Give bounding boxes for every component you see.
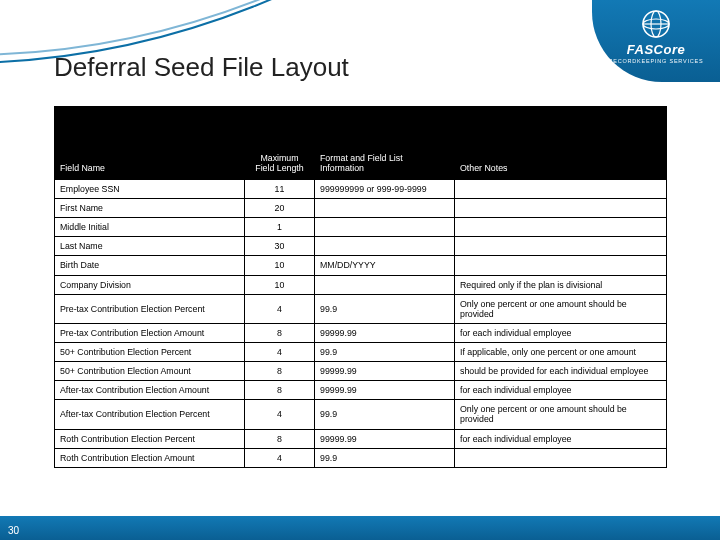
table-row: Employee SSN11999999999 or 999-99-9999 [55, 180, 667, 199]
table-row: Pre-tax Contribution Election Percent499… [55, 294, 667, 323]
td-format: 99.9 [315, 400, 455, 429]
td-format [315, 275, 455, 294]
td-max-length: 1 [245, 218, 315, 237]
td-max-length: 4 [245, 448, 315, 467]
table-row: After-tax Contribution Election Percent4… [55, 400, 667, 429]
td-format: 99999.99 [315, 429, 455, 448]
td-notes [455, 180, 667, 199]
td-notes: Only one percent or one amount should be… [455, 400, 667, 429]
td-notes: should be provided for each individual e… [455, 362, 667, 381]
td-notes [455, 218, 667, 237]
slide: FASCore RECORDKEEPING SERVICES Deferral … [0, 0, 720, 540]
td-field-name: After-tax Contribution Election Amount [55, 381, 245, 400]
td-field-name: Roth Contribution Election Amount [55, 448, 245, 467]
td-notes [455, 448, 667, 467]
td-max-length: 4 [245, 342, 315, 361]
table-row: First Name20 [55, 199, 667, 218]
td-format: MM/DD/YYYY [315, 256, 455, 275]
page-title: Deferral Seed File Layout [54, 52, 349, 83]
td-format [315, 199, 455, 218]
table-row: Pre-tax Contribution Election Amount8999… [55, 323, 667, 342]
td-field-name: Middle Initial [55, 218, 245, 237]
td-format: 99.9 [315, 448, 455, 467]
td-format: 99.9 [315, 294, 455, 323]
table-row: Company Division10Required only if the p… [55, 275, 667, 294]
td-max-length: 8 [245, 429, 315, 448]
th-notes: Other Notes [455, 107, 667, 180]
td-max-length: 8 [245, 362, 315, 381]
td-format: 99999.99 [315, 381, 455, 400]
td-format [315, 218, 455, 237]
th-max-length: Maximum Field Length [245, 107, 315, 180]
td-notes [455, 199, 667, 218]
td-field-name: Last Name [55, 237, 245, 256]
td-max-length: 20 [245, 199, 315, 218]
td-notes: If applicable, only one percent or one a… [455, 342, 667, 361]
globe-icon [638, 8, 674, 40]
layout-table: Field Name Maximum Field Length Format a… [54, 106, 666, 468]
td-format: 999999999 or 999-99-9999 [315, 180, 455, 199]
brand-name: FASCore [592, 42, 720, 57]
td-format: 99999.99 [315, 323, 455, 342]
td-max-length: 8 [245, 381, 315, 400]
table-row: Roth Contribution Election Amount499.9 [55, 448, 667, 467]
td-notes: Only one percent or one amount should be… [455, 294, 667, 323]
brand-badge: FASCore RECORDKEEPING SERVICES [592, 0, 720, 82]
td-field-name: After-tax Contribution Election Percent [55, 400, 245, 429]
td-format: 99.9 [315, 342, 455, 361]
td-field-name: 50+ Contribution Election Amount [55, 362, 245, 381]
td-notes: for each individual employee [455, 323, 667, 342]
table-row: After-tax Contribution Election Amount89… [55, 381, 667, 400]
td-notes [455, 237, 667, 256]
td-field-name: 50+ Contribution Election Percent [55, 342, 245, 361]
td-max-length: 4 [245, 400, 315, 429]
td-format [315, 237, 455, 256]
td-max-length: 4 [245, 294, 315, 323]
td-notes [455, 256, 667, 275]
footer-band: 30 [0, 516, 720, 540]
td-max-length: 10 [245, 256, 315, 275]
table-row: Birth Date10MM/DD/YYYY [55, 256, 667, 275]
th-format: Format and Field List Information [315, 107, 455, 180]
table-row: 50+ Contribution Election Percent499.9If… [55, 342, 667, 361]
table-header-row: Field Name Maximum Field Length Format a… [55, 107, 667, 180]
td-field-name: Birth Date [55, 256, 245, 275]
table-row: 50+ Contribution Election Amount899999.9… [55, 362, 667, 381]
td-max-length: 30 [245, 237, 315, 256]
td-max-length: 11 [245, 180, 315, 199]
td-field-name: Pre-tax Contribution Election Percent [55, 294, 245, 323]
td-field-name: Roth Contribution Election Percent [55, 429, 245, 448]
td-max-length: 8 [245, 323, 315, 342]
td-field-name: Company Division [55, 275, 245, 294]
page-number: 30 [8, 525, 19, 536]
th-field-name: Field Name [55, 107, 245, 180]
td-notes: for each individual employee [455, 381, 667, 400]
brand-subtitle: RECORDKEEPING SERVICES [592, 58, 720, 64]
table-row: Roth Contribution Election Percent899999… [55, 429, 667, 448]
td-field-name: Employee SSN [55, 180, 245, 199]
td-notes: Required only if the plan is divisional [455, 275, 667, 294]
td-field-name: First Name [55, 199, 245, 218]
td-max-length: 10 [245, 275, 315, 294]
td-notes: for each individual employee [455, 429, 667, 448]
table-row: Middle Initial1 [55, 218, 667, 237]
table-row: Last Name30 [55, 237, 667, 256]
td-field-name: Pre-tax Contribution Election Amount [55, 323, 245, 342]
td-format: 99999.99 [315, 362, 455, 381]
